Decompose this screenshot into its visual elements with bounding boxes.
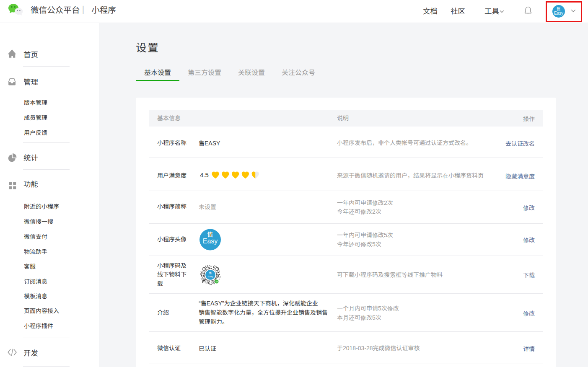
svg-text:Easy: Easy — [208, 275, 213, 277]
svg-text:售: 售 — [209, 271, 212, 275]
